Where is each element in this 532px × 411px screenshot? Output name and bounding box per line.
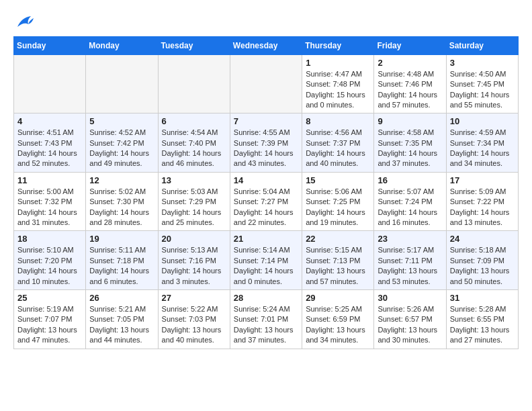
day-number: 1 [306, 58, 370, 68]
day-info: Sunrise: 4:50 AM Sunset: 7:45 PM Dayligh… [450, 69, 515, 111]
day-number: 29 [306, 293, 370, 303]
day-number: 26 [89, 293, 154, 303]
day-number: 24 [450, 234, 515, 244]
calendar-cell: 5Sunrise: 4:52 AM Sunset: 7:42 PM Daylig… [86, 113, 158, 173]
day-number: 23 [378, 234, 442, 244]
day-info: Sunrise: 5:06 AM Sunset: 7:25 PM Dayligh… [306, 187, 370, 228]
day-number: 15 [306, 175, 370, 185]
calendar-cell: 11Sunrise: 5:00 AM Sunset: 7:32 PM Dayli… [14, 172, 86, 231]
day-number: 20 [162, 234, 226, 244]
day-number: 17 [450, 175, 515, 185]
day-info: Sunrise: 5:13 AM Sunset: 7:16 PM Dayligh… [162, 245, 226, 287]
day-number: 4 [17, 116, 82, 126]
day-info: Sunrise: 5:22 AM Sunset: 7:03 PM Dayligh… [162, 304, 226, 346]
calendar-cell: 29Sunrise: 5:25 AM Sunset: 6:59 PM Dayli… [302, 289, 374, 349]
calendar-cell: 18Sunrise: 5:10 AM Sunset: 7:20 PM Dayli… [14, 231, 86, 290]
calendar-cell: 14Sunrise: 5:04 AM Sunset: 7:27 PM Dayli… [230, 172, 302, 231]
calendar-cell: 3Sunrise: 4:50 AM Sunset: 7:45 PM Daylig… [446, 54, 518, 113]
calendar-cell: 8Sunrise: 4:56 AM Sunset: 7:37 PM Daylig… [302, 113, 374, 173]
day-info: Sunrise: 4:56 AM Sunset: 7:37 PM Dayligh… [306, 128, 370, 169]
day-number: 10 [450, 116, 515, 126]
calendar-cell: 16Sunrise: 5:07 AM Sunset: 7:24 PM Dayli… [374, 172, 446, 231]
day-number: 28 [234, 293, 298, 303]
calendar-cell [158, 54, 230, 113]
calendar-cell [230, 54, 302, 113]
weekday-header-wednesday: Wednesday [230, 36, 302, 54]
day-number: 25 [17, 293, 82, 303]
day-info: Sunrise: 4:59 AM Sunset: 7:34 PM Dayligh… [450, 128, 515, 169]
calendar-cell: 30Sunrise: 5:26 AM Sunset: 6:57 PM Dayli… [374, 289, 446, 349]
weekday-header-sunday: Sunday [14, 36, 86, 54]
calendar-cell: 23Sunrise: 5:17 AM Sunset: 7:11 PM Dayli… [374, 231, 446, 290]
day-number: 2 [378, 58, 442, 68]
calendar-cell: 13Sunrise: 5:03 AM Sunset: 7:29 PM Dayli… [158, 172, 230, 231]
day-info: Sunrise: 5:10 AM Sunset: 7:20 PM Dayligh… [17, 245, 82, 287]
day-number: 12 [89, 175, 154, 185]
day-number: 14 [234, 175, 298, 185]
calendar-cell: 4Sunrise: 4:51 AM Sunset: 7:43 PM Daylig… [14, 113, 86, 173]
calendar-cell: 2Sunrise: 4:48 AM Sunset: 7:46 PM Daylig… [374, 54, 446, 113]
day-number: 13 [162, 175, 226, 185]
calendar-cell: 27Sunrise: 5:22 AM Sunset: 7:03 PM Dayli… [158, 289, 230, 349]
day-number: 5 [89, 116, 154, 126]
day-number: 8 [306, 116, 370, 126]
day-number: 18 [17, 234, 82, 244]
calendar-cell: 17Sunrise: 5:09 AM Sunset: 7:22 PM Dayli… [446, 172, 518, 231]
calendar-week-4: 18Sunrise: 5:10 AM Sunset: 7:20 PM Dayli… [14, 231, 519, 290]
calendar-cell: 28Sunrise: 5:24 AM Sunset: 7:01 PM Dayli… [230, 289, 302, 349]
calendar-cell: 9Sunrise: 4:58 AM Sunset: 7:35 PM Daylig… [374, 113, 446, 173]
day-info: Sunrise: 4:51 AM Sunset: 7:43 PM Dayligh… [17, 128, 82, 169]
calendar-cell [14, 54, 86, 113]
logo-bird-icon [15, 15, 34, 30]
calendar-cell: 26Sunrise: 5:21 AM Sunset: 7:05 PM Dayli… [86, 289, 158, 349]
calendar-week-5: 25Sunrise: 5:19 AM Sunset: 7:07 PM Dayli… [14, 289, 519, 349]
day-number: 11 [17, 175, 82, 185]
calendar-cell: 1Sunrise: 4:47 AM Sunset: 7:48 PM Daylig… [302, 54, 374, 113]
calendar-week-1: 1Sunrise: 4:47 AM Sunset: 7:48 PM Daylig… [14, 54, 519, 113]
day-info: Sunrise: 4:55 AM Sunset: 7:39 PM Dayligh… [234, 128, 298, 169]
day-info: Sunrise: 5:03 AM Sunset: 7:29 PM Dayligh… [162, 187, 226, 228]
calendar-cell: 7Sunrise: 4:55 AM Sunset: 7:39 PM Daylig… [230, 113, 302, 173]
calendar-cell: 21Sunrise: 5:14 AM Sunset: 7:14 PM Dayli… [230, 231, 302, 290]
calendar-cell: 25Sunrise: 5:19 AM Sunset: 7:07 PM Dayli… [14, 289, 86, 349]
calendar-cell: 24Sunrise: 5:18 AM Sunset: 7:09 PM Dayli… [446, 231, 518, 290]
day-number: 3 [450, 58, 515, 68]
day-info: Sunrise: 5:02 AM Sunset: 7:30 PM Dayligh… [89, 187, 154, 228]
day-info: Sunrise: 5:19 AM Sunset: 7:07 PM Dayligh… [17, 304, 82, 346]
calendar-cell: 22Sunrise: 5:15 AM Sunset: 7:13 PM Dayli… [302, 231, 374, 290]
day-info: Sunrise: 5:11 AM Sunset: 7:18 PM Dayligh… [89, 245, 154, 287]
day-info: Sunrise: 5:18 AM Sunset: 7:09 PM Dayligh… [450, 245, 515, 287]
day-info: Sunrise: 5:17 AM Sunset: 7:11 PM Dayligh… [378, 245, 442, 287]
day-info: Sunrise: 5:24 AM Sunset: 7:01 PM Dayligh… [234, 304, 298, 346]
calendar-cell: 6Sunrise: 4:54 AM Sunset: 7:40 PM Daylig… [158, 113, 230, 173]
calendar-cell [86, 54, 158, 113]
weekday-header-saturday: Saturday [446, 36, 518, 54]
day-info: Sunrise: 5:04 AM Sunset: 7:27 PM Dayligh… [234, 187, 298, 228]
day-number: 9 [378, 116, 442, 126]
weekday-header-row: SundayMondayTuesdayWednesdayThursdayFrid… [14, 36, 519, 54]
day-info: Sunrise: 5:00 AM Sunset: 7:32 PM Dayligh… [17, 187, 82, 228]
day-number: 16 [378, 175, 442, 185]
day-number: 30 [378, 293, 442, 303]
day-info: Sunrise: 5:15 AM Sunset: 7:13 PM Dayligh… [306, 245, 370, 287]
calendar-table: SundayMondayTuesdayWednesdayThursdayFrid… [13, 36, 519, 349]
day-info: Sunrise: 5:09 AM Sunset: 7:22 PM Dayligh… [450, 187, 515, 228]
calendar-cell: 10Sunrise: 4:59 AM Sunset: 7:34 PM Dayli… [446, 113, 518, 173]
calendar-cell: 12Sunrise: 5:02 AM Sunset: 7:30 PM Dayli… [86, 172, 158, 231]
calendar-cell: 20Sunrise: 5:13 AM Sunset: 7:16 PM Dayli… [158, 231, 230, 290]
day-info: Sunrise: 4:48 AM Sunset: 7:46 PM Dayligh… [378, 69, 442, 111]
day-number: 31 [450, 293, 515, 303]
calendar-cell: 31Sunrise: 5:28 AM Sunset: 6:55 PM Dayli… [446, 289, 518, 349]
day-info: Sunrise: 5:26 AM Sunset: 6:57 PM Dayligh… [378, 304, 442, 346]
day-info: Sunrise: 5:28 AM Sunset: 6:55 PM Dayligh… [450, 304, 515, 346]
weekday-header-friday: Friday [374, 36, 446, 54]
calendar-week-2: 4Sunrise: 4:51 AM Sunset: 7:43 PM Daylig… [14, 113, 519, 173]
day-number: 21 [234, 234, 298, 244]
day-info: Sunrise: 5:14 AM Sunset: 7:14 PM Dayligh… [234, 245, 298, 287]
weekday-header-tuesday: Tuesday [158, 36, 230, 54]
day-info: Sunrise: 5:25 AM Sunset: 6:59 PM Dayligh… [306, 304, 370, 346]
calendar-cell: 15Sunrise: 5:06 AM Sunset: 7:25 PM Dayli… [302, 172, 374, 231]
day-info: Sunrise: 4:47 AM Sunset: 7:48 PM Dayligh… [306, 69, 370, 111]
weekday-header-thursday: Thursday [302, 36, 374, 54]
day-info: Sunrise: 5:21 AM Sunset: 7:05 PM Dayligh… [89, 304, 154, 346]
